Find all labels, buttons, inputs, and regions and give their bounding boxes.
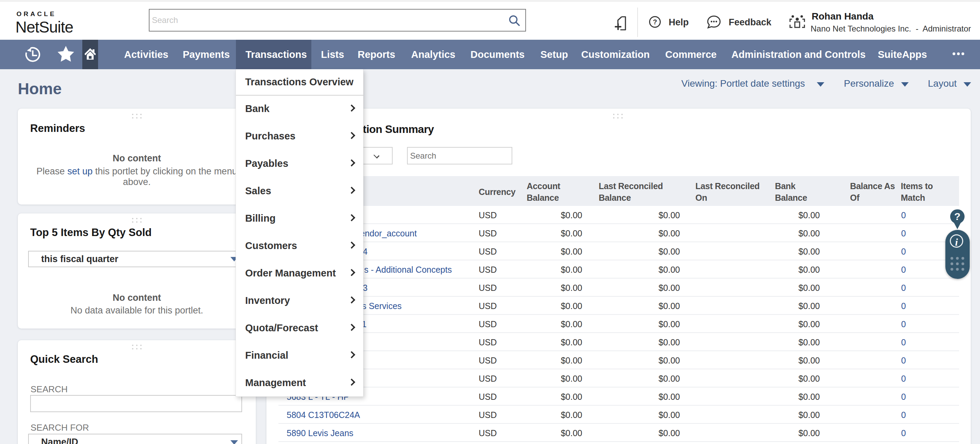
- svg-text:?: ?: [653, 18, 657, 26]
- svg-text:?: ?: [954, 211, 961, 222]
